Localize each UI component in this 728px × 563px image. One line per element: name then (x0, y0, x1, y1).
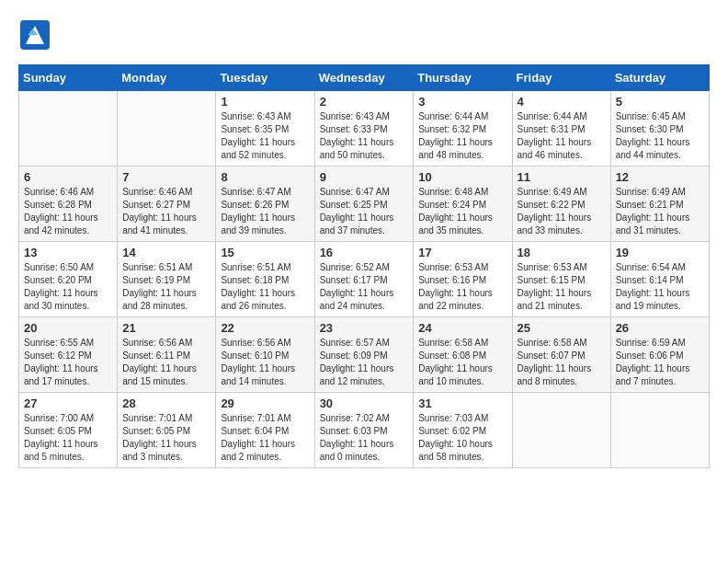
day-info: Sunrise: 6:50 AM Sunset: 6:20 PM Dayligh… (24, 261, 112, 313)
calendar-week-4: 20Sunrise: 6:55 AM Sunset: 6:12 PM Dayli… (19, 317, 710, 393)
day-info: Sunrise: 7:02 AM Sunset: 6:03 PM Dayligh… (320, 412, 409, 464)
day-info: Sunrise: 6:46 AM Sunset: 6:27 PM Dayligh… (122, 186, 210, 237)
calendar-cell: 15Sunrise: 6:51 AM Sunset: 6:18 PM Dayli… (216, 242, 314, 317)
calendar-week-2: 6Sunrise: 6:46 AM Sunset: 6:28 PM Daylig… (19, 167, 710, 242)
logo-icon (18, 18, 51, 52)
calendar-week-5: 27Sunrise: 7:00 AM Sunset: 6:05 PM Dayli… (19, 393, 710, 468)
day-number: 20 (24, 321, 112, 335)
page-header (18, 18, 710, 55)
day-number: 24 (418, 321, 506, 335)
day-info: Sunrise: 6:51 AM Sunset: 6:19 PM Dayligh… (122, 261, 210, 313)
day-number: 30 (320, 396, 409, 410)
day-number: 6 (24, 170, 112, 184)
day-number: 8 (221, 170, 309, 184)
calendar-cell: 29Sunrise: 7:01 AM Sunset: 6:04 PM Dayli… (216, 393, 314, 468)
day-number: 9 (320, 170, 409, 184)
day-info: Sunrise: 7:01 AM Sunset: 6:05 PM Dayligh… (122, 412, 210, 464)
day-number: 4 (518, 95, 606, 109)
day-number: 10 (418, 170, 506, 184)
day-info: Sunrise: 6:53 AM Sunset: 6:16 PM Dayligh… (418, 261, 506, 313)
calendar-cell: 19Sunrise: 6:54 AM Sunset: 6:14 PM Dayli… (610, 242, 709, 317)
logo (18, 18, 57, 55)
day-info: Sunrise: 6:56 AM Sunset: 6:10 PM Dayligh… (221, 337, 309, 388)
calendar-table: SundayMondayTuesdayWednesdayThursdayFrid… (18, 64, 710, 468)
calendar-cell: 8Sunrise: 6:47 AM Sunset: 6:26 PM Daylig… (216, 167, 314, 242)
day-number: 5 (616, 95, 704, 109)
calendar-cell: 7Sunrise: 6:46 AM Sunset: 6:27 PM Daylig… (118, 167, 216, 242)
day-info: Sunrise: 6:56 AM Sunset: 6:11 PM Dayligh… (122, 337, 210, 388)
day-number: 23 (320, 321, 409, 335)
calendar-cell: 30Sunrise: 7:02 AM Sunset: 6:03 PM Dayli… (314, 393, 414, 468)
weekday-header-thursday: Thursday (414, 65, 512, 91)
day-info: Sunrise: 6:49 AM Sunset: 6:22 PM Dayligh… (518, 186, 606, 237)
day-number: 25 (518, 321, 606, 335)
day-info: Sunrise: 6:44 AM Sunset: 6:31 PM Dayligh… (518, 110, 606, 162)
calendar-cell (118, 91, 216, 167)
weekday-header-saturday: Saturday (610, 65, 709, 91)
weekday-header-sunday: Sunday (19, 65, 118, 91)
calendar-cell (512, 393, 610, 468)
day-number: 19 (616, 246, 704, 259)
calendar-cell: 10Sunrise: 6:48 AM Sunset: 6:24 PM Dayli… (414, 167, 512, 242)
calendar-cell: 23Sunrise: 6:57 AM Sunset: 6:09 PM Dayli… (314, 317, 414, 393)
calendar-cell: 12Sunrise: 6:49 AM Sunset: 6:21 PM Dayli… (610, 167, 709, 242)
calendar-cell: 17Sunrise: 6:53 AM Sunset: 6:16 PM Dayli… (414, 242, 512, 317)
calendar-cell: 9Sunrise: 6:47 AM Sunset: 6:25 PM Daylig… (314, 167, 414, 242)
calendar-cell: 20Sunrise: 6:55 AM Sunset: 6:12 PM Dayli… (19, 317, 118, 393)
day-info: Sunrise: 6:58 AM Sunset: 6:07 PM Dayligh… (518, 337, 606, 388)
calendar-cell: 25Sunrise: 6:58 AM Sunset: 6:07 PM Dayli… (512, 317, 610, 393)
day-info: Sunrise: 6:43 AM Sunset: 6:33 PM Dayligh… (320, 110, 409, 162)
day-number: 16 (320, 246, 409, 259)
day-info: Sunrise: 6:58 AM Sunset: 6:08 PM Dayligh… (418, 337, 506, 388)
day-info: Sunrise: 6:43 AM Sunset: 6:35 PM Dayligh… (221, 110, 309, 162)
day-number: 14 (122, 246, 210, 259)
day-number: 28 (122, 396, 210, 410)
calendar-cell: 31Sunrise: 7:03 AM Sunset: 6:02 PM Dayli… (414, 393, 512, 468)
calendar-cell: 24Sunrise: 6:58 AM Sunset: 6:08 PM Dayli… (414, 317, 512, 393)
day-number: 15 (221, 246, 309, 259)
calendar-cell: 27Sunrise: 7:00 AM Sunset: 6:05 PM Dayli… (19, 393, 118, 468)
weekday-header-monday: Monday (118, 65, 216, 91)
calendar-cell: 26Sunrise: 6:59 AM Sunset: 6:06 PM Dayli… (610, 317, 709, 393)
day-number: 13 (24, 246, 112, 259)
day-info: Sunrise: 6:59 AM Sunset: 6:06 PM Dayligh… (616, 337, 704, 388)
day-info: Sunrise: 6:53 AM Sunset: 6:15 PM Dayligh… (518, 261, 606, 313)
day-info: Sunrise: 6:55 AM Sunset: 6:12 PM Dayligh… (24, 337, 112, 388)
calendar-cell: 3Sunrise: 6:44 AM Sunset: 6:32 PM Daylig… (414, 91, 512, 167)
calendar-cell: 2Sunrise: 6:43 AM Sunset: 6:33 PM Daylig… (314, 91, 414, 167)
day-number: 11 (518, 170, 606, 184)
calendar-cell: 21Sunrise: 6:56 AM Sunset: 6:11 PM Dayli… (118, 317, 216, 393)
day-info: Sunrise: 6:47 AM Sunset: 6:25 PM Dayligh… (320, 186, 409, 237)
day-info: Sunrise: 6:46 AM Sunset: 6:28 PM Dayligh… (24, 186, 112, 237)
day-number: 22 (221, 321, 309, 335)
day-info: Sunrise: 6:47 AM Sunset: 6:26 PM Dayligh… (221, 186, 309, 237)
calendar-week-3: 13Sunrise: 6:50 AM Sunset: 6:20 PM Dayli… (19, 242, 710, 317)
calendar-cell: 1Sunrise: 6:43 AM Sunset: 6:35 PM Daylig… (216, 91, 314, 167)
day-info: Sunrise: 7:00 AM Sunset: 6:05 PM Dayligh… (24, 412, 112, 464)
day-number: 26 (616, 321, 704, 335)
day-info: Sunrise: 6:52 AM Sunset: 6:17 PM Dayligh… (320, 261, 409, 313)
day-number: 12 (616, 170, 704, 184)
day-info: Sunrise: 6:48 AM Sunset: 6:24 PM Dayligh… (418, 186, 506, 237)
day-info: Sunrise: 7:01 AM Sunset: 6:04 PM Dayligh… (221, 412, 309, 464)
calendar-week-1: 1Sunrise: 6:43 AM Sunset: 6:35 PM Daylig… (19, 91, 710, 167)
day-number: 27 (24, 396, 112, 410)
weekday-header-tuesday: Tuesday (216, 65, 314, 91)
calendar-cell: 4Sunrise: 6:44 AM Sunset: 6:31 PM Daylig… (512, 91, 610, 167)
day-number: 31 (418, 396, 506, 410)
day-number: 21 (122, 321, 210, 335)
day-number: 17 (418, 246, 506, 259)
day-number: 18 (518, 246, 606, 259)
calendar-cell: 14Sunrise: 6:51 AM Sunset: 6:19 PM Dayli… (118, 242, 216, 317)
calendar-header-row: SundayMondayTuesdayWednesdayThursdayFrid… (19, 65, 710, 91)
calendar-cell: 13Sunrise: 6:50 AM Sunset: 6:20 PM Dayli… (19, 242, 118, 317)
weekday-header-friday: Friday (512, 65, 610, 91)
day-number: 29 (221, 396, 309, 410)
calendar-cell: 22Sunrise: 6:56 AM Sunset: 6:10 PM Dayli… (216, 317, 314, 393)
day-info: Sunrise: 6:44 AM Sunset: 6:32 PM Dayligh… (418, 110, 506, 162)
calendar-cell: 6Sunrise: 6:46 AM Sunset: 6:28 PM Daylig… (19, 167, 118, 242)
calendar-cell: 11Sunrise: 6:49 AM Sunset: 6:22 PM Dayli… (512, 167, 610, 242)
calendar-cell (19, 91, 118, 167)
day-info: Sunrise: 6:54 AM Sunset: 6:14 PM Dayligh… (616, 261, 704, 313)
day-number: 1 (221, 95, 309, 109)
